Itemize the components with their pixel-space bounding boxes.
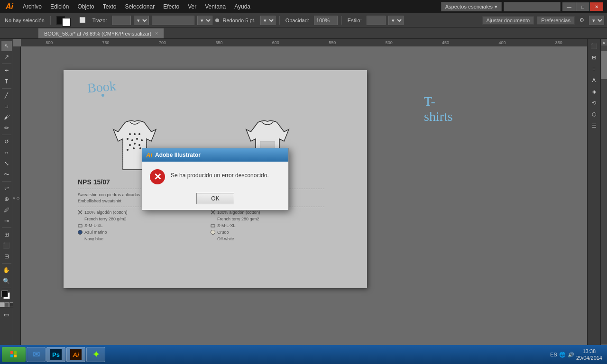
blend-tool[interactable]: ⊕ <box>1 194 12 204</box>
mirror-tool[interactable]: ↔ <box>1 147 12 158</box>
title-bar-right: Aspectos esenciales ▾ — □ ✕ <box>441 2 603 11</box>
rotate-tool[interactable]: ↺ <box>1 136 12 147</box>
panel-btn-2[interactable]: ⊞ <box>589 52 599 63</box>
redondo-dropdown[interactable]: ▾ <box>260 16 276 25</box>
extra-dropdown[interactable]: ▾ <box>589 16 604 25</box>
clock: 13:38 29/04/2014 <box>576 348 602 362</box>
ruler-650: 650 <box>191 40 247 45</box>
vertical-scrollbar[interactable]: ▲ ▼ <box>600 39 607 351</box>
line-tool[interactable]: ╱ <box>1 90 12 100</box>
scroll-up-button[interactable]: ▲ <box>601 39 607 46</box>
volume-icon: 🔊 <box>568 352 574 358</box>
tool-sep-2 <box>2 88 11 89</box>
tool-sep-3 <box>2 135 11 135</box>
scroll-track[interactable] <box>601 46 607 344</box>
menu-ventana[interactable]: Ventana <box>201 2 230 11</box>
menu-objeto[interactable]: Objeto <box>74 2 98 11</box>
ajustar-documento-button[interactable]: Ajustar documento <box>482 16 534 25</box>
symbol-tool[interactable]: ⊞ <box>1 229 12 240</box>
eyedropper-tool[interactable]: 🖊 <box>1 205 12 215</box>
menu-efecto[interactable]: Efecto <box>159 2 183 11</box>
document-canvas[interactable]: Book T-shirts <box>64 70 367 288</box>
dialog-title-text: Adobe Illustrator <box>155 152 201 158</box>
brush-tool[interactable]: 🖌 <box>1 112 12 122</box>
taskbar-illustrator-app[interactable]: Ai <box>66 347 85 362</box>
panel-btn-7[interactable]: ⬡ <box>589 109 599 119</box>
separator-2 <box>279 16 280 25</box>
vector-app-icon: ✦ <box>90 349 101 360</box>
zoom-tool[interactable]: 🔍 <box>1 276 12 286</box>
trazo-label: Trazo: <box>91 17 109 24</box>
menu-ver[interactable]: Ver <box>184 2 200 11</box>
direct-select-tool[interactable]: ↗ <box>1 52 12 62</box>
pen-tool[interactable]: ✒ <box>1 65 12 76</box>
measure-tool[interactable]: ⊸ <box>1 216 12 226</box>
color-swatch-area <box>1 291 12 301</box>
draw-normal-btn[interactable]: ▭ <box>1 309 12 320</box>
maximize-button[interactable]: □ <box>576 2 589 11</box>
pencil-tool[interactable]: ✏ <box>1 123 12 133</box>
scale-tool[interactable]: ⤡ <box>1 158 12 169</box>
normal-mode[interactable] <box>0 302 4 307</box>
column-tool[interactable]: ⬛ <box>1 240 12 251</box>
network-icon: 🌐 <box>559 352 566 358</box>
canvas-content[interactable]: Book T-shirts <box>21 46 579 351</box>
stroke-value-input[interactable] <box>152 16 194 25</box>
menu-seleccionar[interactable]: Seleccionar <box>121 2 158 11</box>
tab-title: BOOK_58.ai* al 76,89% (CMYK/Previsualiza… <box>44 31 151 36</box>
menu-ayuda[interactable]: Ayuda <box>230 2 254 11</box>
hand-tool[interactable]: ✋ <box>1 265 12 275</box>
stroke-icon: ⬜ <box>77 16 88 24</box>
panel-btn-8[interactable]: ☰ <box>589 120 599 131</box>
start-button[interactable] <box>2 347 26 362</box>
fg-color-swatch[interactable] <box>1 291 8 297</box>
stroke-round-indicator <box>215 18 219 22</box>
search-input[interactable] <box>504 2 561 11</box>
dialog-title-bar: Ai Adobe Illustrator <box>142 148 288 162</box>
close-button[interactable]: ✕ <box>590 2 603 11</box>
estilo-label: Estilo: <box>346 17 364 24</box>
ruler-350: 350 <box>531 40 587 45</box>
minimize-button[interactable]: — <box>562 2 576 11</box>
document-tab[interactable]: BOOK_58.ai* al 76,89% (CMYK/Previsualiza… <box>38 28 164 38</box>
ruler-550: 550 <box>304 40 360 45</box>
taskbar-email-app[interactable]: ✉ <box>27 347 46 362</box>
toolbar: No hay selección ⬜ Trazo: ▾ ▾ Redondo 5 … <box>0 13 607 27</box>
preferencias-button[interactable]: Preferencias <box>537 16 575 25</box>
ruler-top: 800 750 700 650 600 550 500 450 400 350 <box>21 39 587 46</box>
photoshop-app-icon: Ps <box>50 349 62 360</box>
panel-btn-1[interactable]: ⬛ <box>589 41 599 51</box>
selection-indicator: No hay selección <box>3 17 46 24</box>
select-tool[interactable]: ↖ <box>1 41 12 51</box>
estilo-input[interactable] <box>367 16 386 25</box>
scroll-thumb[interactable] <box>601 51 607 79</box>
panel-btn-5[interactable]: ◈ <box>589 86 599 97</box>
menu-archivo[interactable]: Archivo <box>19 2 46 11</box>
panel-btn-3[interactable]: ≡ <box>589 64 599 74</box>
slice-tool[interactable]: ⊟ <box>1 251 12 262</box>
warp-tool[interactable]: 〜 <box>1 169 12 180</box>
width-tool[interactable]: ⇌ <box>1 183 12 193</box>
rect-tool[interactable]: □ <box>1 101 12 111</box>
taskbar-vector-app[interactable]: ✦ <box>86 347 105 362</box>
menu-texto[interactable]: Texto <box>99 2 120 11</box>
separator-3 <box>341 16 342 25</box>
menu-edicion[interactable]: Edición <box>46 2 73 11</box>
stroke-style-dropdown[interactable]: ▾ <box>197 16 212 25</box>
ok-button[interactable]: OK <box>196 193 234 204</box>
opacidad-input[interactable] <box>314 16 338 25</box>
trazo-input[interactable] <box>112 16 131 25</box>
extra-icon: ⚙ <box>578 16 586 24</box>
aspects-box[interactable]: Aspectos esenciales ▾ <box>441 2 502 11</box>
clock-time: 13:38 <box>576 348 602 355</box>
tab-close-button[interactable]: × <box>155 31 158 36</box>
trazo-dropdown[interactable]: ▾ <box>134 16 149 25</box>
panel-btn-4[interactable]: A <box>589 75 599 85</box>
taskbar-photoshop-app[interactable]: Ps <box>46 347 65 362</box>
background-color[interactable] <box>62 18 71 27</box>
type-tool[interactable]: T <box>1 76 12 87</box>
screen-mode[interactable] <box>4 302 9 307</box>
estilo-dropdown[interactable]: ▾ <box>388 16 404 25</box>
dialog-footer: OK <box>142 190 288 210</box>
panel-btn-6[interactable]: ⟲ <box>589 98 599 108</box>
